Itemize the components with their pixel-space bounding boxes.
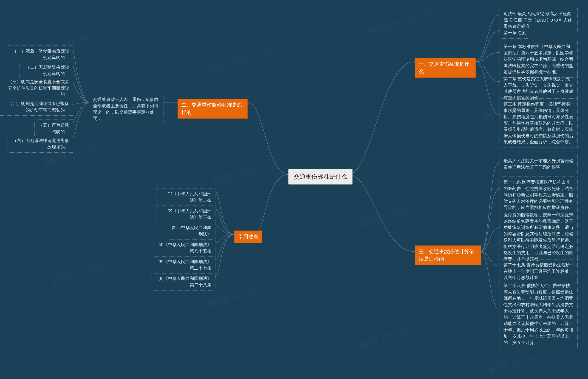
- watermark: 树图 shutu.cn: [486, 344, 554, 379]
- branch-accident-compensation-basis[interactable]: 三、交通事故赔偿计算依据是怎样的: [415, 245, 481, 265]
- leaf-b2-4: （五）严重超载驾驶的；: [34, 120, 73, 137]
- watermark: 树图 shutu.cn: [206, 43, 274, 78]
- leaf-b2-0: （一）酒后、吸食毒品后驾驶机动车辆的；: [7, 46, 73, 63]
- watermark: 树图 shutu.cn: [355, 319, 423, 353]
- intermediate-b2: 交通肇事致一人以上重伤，负事故全部或者主要责任，并具有下列情形之一的，以交通肇事…: [89, 94, 164, 124]
- watermark: 树图 shutu.cn: [355, 197, 423, 232]
- leaf-b4-2: [3]《中华人民共和国刑法》: [168, 222, 215, 240]
- leaf-b4-1: [2]《中华人民共和国刑法》第三条: [156, 205, 215, 223]
- leaf-b3-4: 第二十八条 被扶养人生活费根据扶养人丧失劳动能力程度，按照受诉法院所在地上一年度…: [499, 280, 578, 348]
- branch-cited-law[interactable]: 引用法条: [234, 231, 262, 243]
- leaf-b3-1: 第十九条 医疗费根据医疗机构出具的医药费、住院费等收款凭证，结合病历和诊断证明等…: [499, 176, 578, 213]
- leaf-b2-2: （三）明知是安全装置不全或者安全机件失灵的机动车辆而驾驶的；: [0, 76, 73, 100]
- branch-traffic-injury-standard[interactable]: 一、交通重伤标准是什么: [415, 58, 476, 78]
- leaf-b1-1: 第一章 总则: [499, 27, 530, 39]
- watermark: 树图 shutu.cn: [367, 4, 435, 39]
- branch-compensation-standard[interactable]: 二、交通重伤赔偿标准是怎样的: [178, 99, 248, 119]
- watermark: 树图 shutu.cn: [206, 277, 274, 312]
- leaf-b1-4: 第三条 评定损伤程度，必须坚持实事求是的原则，具体伤情，具体分析。损伤程度包括损…: [499, 98, 578, 148]
- leaf-b2-3: （四）明知是无牌证或者已报废的机动车辆而驾驶的；: [0, 98, 73, 116]
- leaf-b3-3: 第二十七条 丧葬费按照受诉法院所在地上一年度职工月平均工资标准，以六个月总额计算: [499, 259, 578, 283]
- leaf-b3-2: 医疗费的赔偿数额，按照一审法庭辩论终结前实际发生的数额确定。器官功能恢复训练所必…: [499, 209, 578, 265]
- leaf-b4-3: [4]《中华人民共和国刑法》第八十五条: [151, 239, 215, 257]
- watermark: 树图 shutu.cn: [211, 156, 279, 190]
- leaf-b3-0: 最高人民法院关于审理人身损害赔偿案件适用法律若干问题的解释: [499, 155, 578, 173]
- leaf-b2-5: （六）为逃避法律追究逃离事故现场的。: [8, 135, 73, 153]
- root-node[interactable]: 交通重伤标准是什么: [288, 169, 353, 185]
- leaf-b4-0: [1]《中华人民共和国刑法》第二条: [156, 188, 215, 206]
- leaf-b1-2: 第一条 本标准依照《中华人民共和国刑法》第八十五条规定，以医学和法医学的理论和技…: [499, 41, 578, 78]
- leaf-b4-5: [6]《中华人民共和国刑法》第二十八条: [151, 273, 215, 290]
- leaf-b4-4: [5]《中华人民共和国刑法》第二十七条: [151, 256, 215, 274]
- watermark: 树图 shutu.cn: [50, 254, 118, 289]
